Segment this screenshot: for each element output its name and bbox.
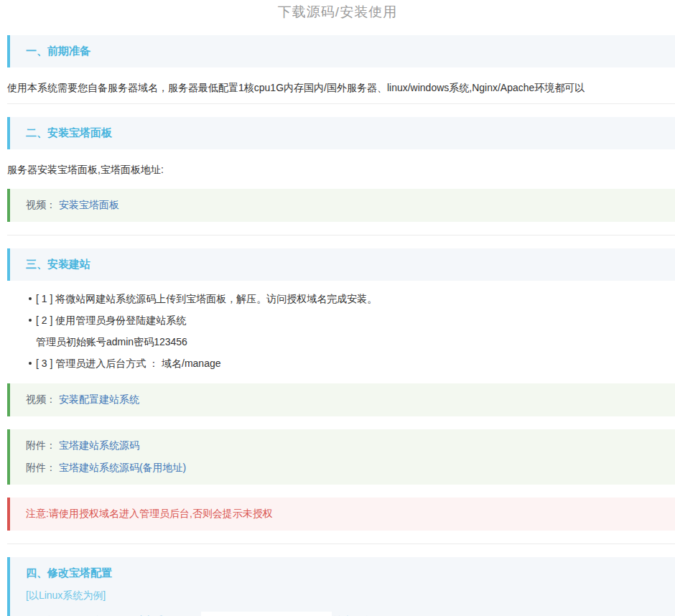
- install-steps-list: [ 1 ] 将微站网建站系统源码上传到宝塔面板，解压。访问授权域名完成安装。 […: [7, 292, 675, 370]
- section-heading-2: 二、安装宝塔面板: [7, 117, 675, 149]
- video-note-bt-panel: 视频： 安装宝塔面板: [7, 189, 675, 222]
- warning-text: 注意:请使用授权域名进入管理员后台,否则会提示未授权: [26, 508, 273, 519]
- divider-1: [7, 103, 675, 104]
- page-title: 下载源码/安装使用: [0, 0, 675, 22]
- attachment-note: 附件： 宝塔建站系统源码 附件： 宝塔建站系统源码(备用地址): [7, 429, 675, 485]
- step-3-text: [ 3 ] 管理员进入后台方式 ： 域名/manage: [36, 358, 221, 369]
- list-item: [ 3 ] 管理员进入后台方式 ： 域名/manage: [7, 357, 675, 370]
- section-heading-4: 四、修改宝塔配置: [26, 566, 661, 580]
- section1-paragraph: 使用本系统需要您自备服务器域名，服务器最低配置1核cpu1G内存国内/国外服务器…: [7, 82, 675, 94]
- admin-credentials-note: 管理员初始账号admin密码123456: [7, 335, 675, 348]
- attachment-line: 附件： 宝塔建站系统源码(备用地址): [26, 462, 661, 475]
- censored-region: [201, 612, 332, 616]
- list-item: [ 2 ] 使用管理员身份登陆建站系统: [7, 314, 675, 327]
- attachment-line: 附件： 宝塔建站系统源码: [26, 439, 661, 452]
- video-link-configure-site[interactable]: 安装配置建站系统: [59, 393, 139, 405]
- section-heading-3: 三、安装建站: [7, 248, 675, 281]
- bullet-icon: [29, 297, 32, 300]
- divider-3: [7, 543, 675, 544]
- content-area: 一、前期准备 使用本系统需要您自备服务器域名，服务器最低配置1核cpu1G内存国…: [0, 35, 675, 616]
- section-heading-1-label: 一、前期准备: [26, 45, 90, 57]
- section2-paragraph: 服务器安装宝塔面板,宝塔面板地址:: [7, 164, 675, 176]
- step-2-text: [ 2 ] 使用管理员身份登陆建站系统: [36, 314, 186, 326]
- attachment-link-source-backup[interactable]: 宝塔建站系统源码(备用地址): [59, 462, 186, 473]
- attachment-link-source[interactable]: 宝塔建站系统源码: [59, 439, 139, 451]
- step-1-text: [ 1 ] 将微站网建站系统源码上传到宝塔面板，解压。访问授权域名完成安装。: [36, 293, 377, 304]
- video-note-label: 视频：: [26, 199, 56, 210]
- attachment-label: 附件：: [26, 462, 56, 473]
- section4-win-note: 如果您是Win服务器，可以查看https://w第十五条: [26, 612, 661, 616]
- section-heading-3-label: 三、安装建站: [26, 258, 90, 270]
- video-link-install-bt-panel[interactable]: 安装宝塔面板: [59, 199, 119, 210]
- list-item: [ 1 ] 将微站网建站系统源码上传到宝塔面板，解压。访问授权域名完成安装。: [7, 292, 675, 305]
- bullet-icon: [29, 319, 32, 322]
- bullet-icon: [29, 362, 32, 365]
- section4-subtitle: [以Linux系统为例]: [26, 589, 661, 602]
- warning-note: 注意:请使用授权域名进入管理员后台,否则会提示未授权: [7, 498, 675, 531]
- video-note-site-setup: 视频： 安装配置建站系统: [7, 383, 675, 416]
- video-note-label: 视频：: [26, 393, 56, 405]
- section-heading-2-label: 二、安装宝塔面板: [26, 126, 112, 139]
- divider-2: [7, 235, 675, 235]
- attachment-label: 附件：: [26, 439, 56, 451]
- section4-panel: 四、修改宝塔配置 [以Linux系统为例] 如果您是Win服务器，可以查看htt…: [7, 557, 675, 616]
- section-heading-1: 一、前期准备: [7, 35, 675, 67]
